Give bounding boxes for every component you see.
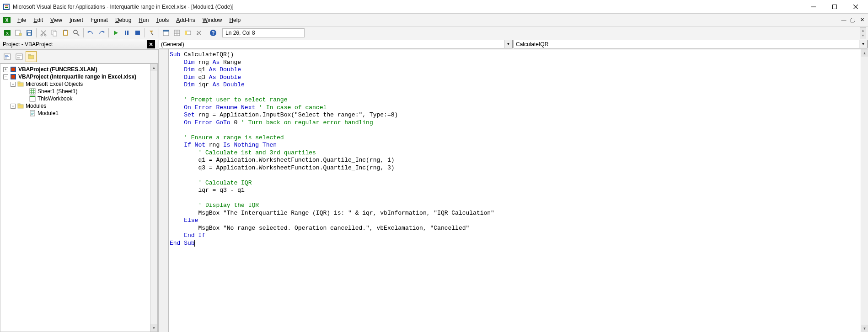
code-window: (General) ▼ CalculateIQR ▼ Sub Calculate… bbox=[158, 39, 868, 332]
code-margin[interactable] bbox=[159, 49, 169, 332]
svg-rect-66 bbox=[30, 96, 35, 97]
menu-format[interactable]: Format bbox=[87, 15, 112, 25]
expand-icon[interactable]: + bbox=[3, 67, 8, 72]
mdi-minimize-button[interactable]: — bbox=[840, 16, 848, 24]
title-bar: Microsoft Visual Basic for Applications … bbox=[0, 0, 868, 14]
collapse-icon[interactable]: − bbox=[11, 104, 16, 109]
text-caret bbox=[194, 240, 195, 247]
menu-run[interactable]: Run bbox=[135, 15, 152, 25]
svg-rect-11 bbox=[851, 19, 854, 22]
reset-button[interactable] bbox=[133, 28, 143, 38]
scroll-up-icon[interactable]: ▲ bbox=[861, 49, 868, 57]
menu-addins[interactable]: Add-Ins bbox=[172, 15, 198, 25]
svg-rect-15 bbox=[19, 33, 21, 36]
svg-rect-22 bbox=[53, 32, 57, 36]
collapse-icon[interactable]: − bbox=[3, 74, 8, 79]
menu-view[interactable]: View bbox=[47, 15, 66, 25]
svg-rect-25 bbox=[64, 30, 67, 31]
worksheet-icon bbox=[29, 88, 36, 95]
scroll-down-icon[interactable]: ▼ bbox=[861, 325, 868, 332]
project-explorer-panel: Project - VBAProject × + VBAProject (FUN… bbox=[0, 39, 158, 332]
properties-button[interactable] bbox=[172, 28, 182, 38]
save-button[interactable] bbox=[24, 28, 34, 38]
svg-rect-68 bbox=[18, 104, 20, 105]
svg-rect-35 bbox=[163, 30, 169, 32]
svg-rect-30 bbox=[127, 31, 129, 35]
view-excel-button[interactable]: X bbox=[2, 28, 12, 38]
workbook-icon bbox=[29, 95, 36, 102]
project-explorer-button[interactable] bbox=[161, 28, 171, 38]
maximize-button[interactable] bbox=[824, 0, 845, 14]
svg-rect-50 bbox=[17, 55, 21, 56]
undo-button[interactable] bbox=[86, 28, 96, 38]
menu-insert[interactable]: Insert bbox=[66, 15, 87, 25]
paste-button[interactable] bbox=[60, 28, 70, 38]
project-tree[interactable]: + VBAProject (FUNCRES.XLAM) − VBAProject… bbox=[0, 63, 158, 332]
view-object-button[interactable] bbox=[14, 51, 25, 62]
code-editor[interactable]: Sub CalculateIQR() Dim rng As Range Dim … bbox=[169, 49, 861, 332]
toolbox-button[interactable] bbox=[194, 28, 204, 38]
svg-rect-49 bbox=[16, 54, 22, 59]
view-code-button[interactable] bbox=[2, 51, 13, 62]
svg-rect-51 bbox=[17, 57, 20, 58]
cut-button[interactable] bbox=[38, 28, 48, 38]
menu-file[interactable]: File bbox=[14, 15, 30, 25]
project-panel-close-button[interactable]: × bbox=[147, 40, 155, 48]
tree-node-excel-objects[interactable]: − Microsoft Excel Objects bbox=[1, 80, 156, 88]
svg-text:X: X bbox=[6, 31, 9, 36]
project-toolbar bbox=[0, 50, 158, 63]
tree-node-module1[interactable]: Module1 bbox=[1, 110, 156, 117]
help-button[interactable]: ? bbox=[208, 28, 218, 38]
project-tree-scrollbar[interactable]: ▲ ▼ bbox=[150, 64, 157, 332]
close-button[interactable] bbox=[845, 0, 866, 14]
find-button[interactable] bbox=[71, 28, 81, 38]
svg-point-26 bbox=[74, 30, 77, 34]
svg-line-27 bbox=[77, 33, 79, 36]
svg-line-33 bbox=[151, 33, 153, 35]
svg-rect-57 bbox=[11, 75, 15, 79]
minimize-button[interactable] bbox=[803, 0, 824, 14]
tree-node-thisworkbook[interactable]: ThisWorkbook bbox=[1, 95, 156, 102]
copy-button[interactable] bbox=[49, 28, 59, 38]
tree-node-sheet1[interactable]: Sheet1 (Sheet1) bbox=[1, 88, 156, 95]
design-mode-button[interactable] bbox=[147, 28, 157, 38]
svg-point-42 bbox=[197, 33, 198, 35]
collapse-icon[interactable]: − bbox=[11, 82, 16, 87]
svg-rect-31 bbox=[135, 31, 140, 35]
menu-debug[interactable]: Debug bbox=[112, 15, 135, 25]
svg-rect-17 bbox=[27, 31, 31, 32]
insert-module-button[interactable] bbox=[13, 28, 23, 38]
svg-rect-55 bbox=[11, 68, 15, 71]
tree-node-funcres[interactable]: + VBAProject (FUNCRES.XLAM) bbox=[1, 66, 156, 73]
scroll-down-icon[interactable]: ▼ bbox=[150, 324, 157, 332]
svg-rect-2 bbox=[5, 5, 8, 6]
svg-rect-53 bbox=[28, 54, 31, 56]
toolbar-scroll-stub[interactable]: ▲▼ bbox=[860, 27, 866, 38]
svg-marker-28 bbox=[114, 31, 118, 35]
svg-rect-24 bbox=[64, 31, 67, 35]
svg-rect-41 bbox=[185, 31, 187, 35]
svg-rect-59 bbox=[18, 82, 20, 83]
chevron-down-icon[interactable]: ▼ bbox=[504, 40, 512, 48]
folder-icon bbox=[17, 80, 24, 88]
procedure-dropdown[interactable]: CalculateIQR ▼ bbox=[514, 40, 868, 48]
menu-window[interactable]: Window bbox=[199, 15, 226, 25]
mdi-restore-button[interactable] bbox=[849, 16, 857, 24]
menu-tools[interactable]: Tools bbox=[152, 15, 172, 25]
redo-button[interactable] bbox=[96, 28, 107, 38]
object-browser-button[interactable] bbox=[183, 28, 193, 38]
svg-rect-18 bbox=[28, 33, 31, 35]
chevron-down-icon[interactable]: ▼ bbox=[859, 40, 867, 48]
tree-node-main-project[interactable]: − VBAProject (Interquartile range in Exc… bbox=[1, 73, 156, 80]
menu-edit[interactable]: Edit bbox=[30, 15, 47, 25]
mdi-close-button[interactable]: ✕ bbox=[858, 16, 866, 24]
break-button[interactable] bbox=[122, 28, 132, 38]
tree-node-modules[interactable]: − Modules bbox=[1, 102, 156, 110]
toggle-folders-button[interactable] bbox=[26, 51, 37, 62]
run-button[interactable] bbox=[111, 28, 121, 38]
code-vertical-scrollbar[interactable]: ▲ ▼ bbox=[861, 49, 868, 332]
svg-rect-3 bbox=[5, 7, 8, 8]
object-dropdown[interactable]: (General) ▼ bbox=[159, 40, 513, 48]
scroll-up-icon[interactable]: ▲ bbox=[150, 64, 157, 71]
menu-help[interactable]: Help bbox=[225, 15, 244, 25]
